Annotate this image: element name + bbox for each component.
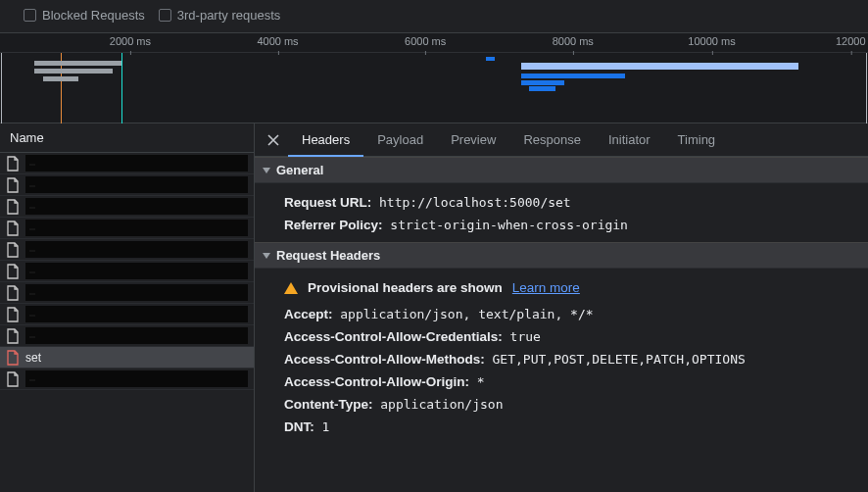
tab-initiator[interactable]: Initiator xyxy=(595,123,664,157)
file-icon xyxy=(6,199,20,215)
request-detail-panel: Headers Payload Preview Response Initiat… xyxy=(255,123,868,492)
header-key: DNT: xyxy=(284,419,314,434)
tick: 12000 xyxy=(836,35,866,47)
header-key: Access-Control-Allow-Methods: xyxy=(284,352,485,367)
request-row[interactable] xyxy=(0,304,254,325)
blocked-requests-checkbox[interactable]: Blocked Requests xyxy=(24,8,145,23)
file-icon xyxy=(6,328,20,344)
detail-tabs: Headers Payload Preview Response Initiat… xyxy=(255,123,868,157)
request-row[interactable] xyxy=(0,325,254,347)
disclosure-triangle-icon xyxy=(263,168,270,173)
redacted-overlay xyxy=(25,176,248,193)
load-event-line xyxy=(121,53,122,123)
third-party-label: 3rd-party requests xyxy=(177,8,281,23)
disclosure-triangle-icon xyxy=(263,253,270,259)
header-value: 1 xyxy=(322,419,330,434)
request-row[interactable] xyxy=(0,369,254,390)
timeline-overview[interactable]: 2000 ms 4000 ms 6000 ms 8000 ms 10000 ms… xyxy=(0,33,868,123)
request-url-key: Request URL: xyxy=(284,195,371,210)
redacted-overlay xyxy=(25,306,248,322)
blocked-requests-label: Blocked Requests xyxy=(42,8,145,23)
request-row[interactable] xyxy=(0,196,254,218)
request-name: set xyxy=(25,351,41,365)
file-icon xyxy=(6,285,20,301)
tick: 8000 ms xyxy=(553,35,594,47)
file-icon xyxy=(6,221,20,236)
column-header-name[interactable]: Name xyxy=(0,123,254,153)
tab-timing[interactable]: Timing xyxy=(664,123,730,157)
redacted-overlay xyxy=(25,155,248,172)
referrer-policy-key: Referrer Policy: xyxy=(284,218,383,232)
request-bar xyxy=(521,63,799,70)
request-bar xyxy=(529,86,555,91)
header-value: true xyxy=(510,329,541,344)
file-icon xyxy=(6,264,20,279)
redacted-overlay xyxy=(25,370,248,387)
request-bar xyxy=(34,69,113,74)
request-list-panel: Name set xyxy=(0,123,255,492)
request-row[interactable] xyxy=(0,153,254,174)
section-request-headers-title: Request Headers xyxy=(276,248,380,263)
section-general-header[interactable]: General xyxy=(255,157,868,183)
provisional-headers-text: Provisional headers are shown xyxy=(308,280,503,295)
redacted-overlay xyxy=(25,263,248,279)
section-general-body: Request URL: http://localhost:5000/set R… xyxy=(255,183,868,242)
tick: 4000 ms xyxy=(257,35,298,47)
file-icon xyxy=(6,307,20,322)
request-bar xyxy=(521,74,625,78)
request-row[interactable] xyxy=(0,218,254,239)
third-party-checkbox[interactable]: 3rd-party requests xyxy=(159,8,281,23)
header-key: Accept: xyxy=(284,307,333,321)
redacted-overlay xyxy=(25,327,248,344)
request-row[interactable] xyxy=(0,282,254,304)
section-request-headers-header[interactable]: Request Headers xyxy=(255,242,868,269)
close-icon xyxy=(267,134,279,146)
file-icon xyxy=(6,242,20,258)
tick: 10000 ms xyxy=(688,35,735,47)
referrer-policy-value: strict-origin-when-cross-origin xyxy=(390,218,628,232)
request-row[interactable]: set xyxy=(0,347,254,369)
close-details-button[interactable] xyxy=(259,134,288,146)
tab-payload[interactable]: Payload xyxy=(363,123,437,157)
learn-more-link[interactable]: Learn more xyxy=(512,280,580,295)
timeline-end-edge xyxy=(866,53,867,123)
section-request-headers-body: Provisional headers are shown Learn more… xyxy=(255,269,868,444)
file-icon xyxy=(6,350,20,366)
header-key: Access-Control-Allow-Origin: xyxy=(284,374,469,389)
request-bar xyxy=(43,76,77,81)
file-icon xyxy=(6,177,20,193)
warning-icon xyxy=(284,282,298,294)
header-value: GET,PUT,POST,DELETE,PATCH,OPTIONS xyxy=(493,352,746,367)
header-value: application/json xyxy=(380,397,503,412)
redacted-overlay xyxy=(25,198,248,215)
tab-response[interactable]: Response xyxy=(509,123,595,157)
request-row[interactable] xyxy=(0,174,254,196)
header-key: Access-Control-Allow-Credentials: xyxy=(284,329,503,344)
tab-preview[interactable]: Preview xyxy=(437,123,509,157)
request-row[interactable] xyxy=(0,239,254,261)
header-value: * xyxy=(477,374,485,389)
request-url-value: http://localhost:5000/set xyxy=(379,195,571,210)
file-icon xyxy=(6,156,20,172)
section-general-title: General xyxy=(276,163,323,177)
file-icon xyxy=(6,371,20,387)
redacted-overlay xyxy=(25,241,248,258)
request-bar xyxy=(34,61,121,66)
header-value: application/json, text/plain, */* xyxy=(340,307,593,321)
header-key: Content-Type: xyxy=(284,397,373,412)
tick: 2000 ms xyxy=(110,35,151,47)
timeline-body xyxy=(0,53,868,123)
tick: 6000 ms xyxy=(405,35,446,47)
network-filter-bar: Blocked Requests 3rd-party requests xyxy=(0,0,868,33)
request-row[interactable] xyxy=(0,261,254,282)
request-bar xyxy=(521,80,564,85)
redacted-overlay xyxy=(25,284,248,301)
redacted-overlay xyxy=(25,220,248,236)
timeline-start-edge xyxy=(1,53,2,123)
timeline-ruler: 2000 ms 4000 ms 6000 ms 8000 ms 10000 ms… xyxy=(0,35,868,53)
request-list[interactable]: set xyxy=(0,153,254,492)
tab-headers[interactable]: Headers xyxy=(288,123,363,157)
request-bar xyxy=(486,57,495,61)
